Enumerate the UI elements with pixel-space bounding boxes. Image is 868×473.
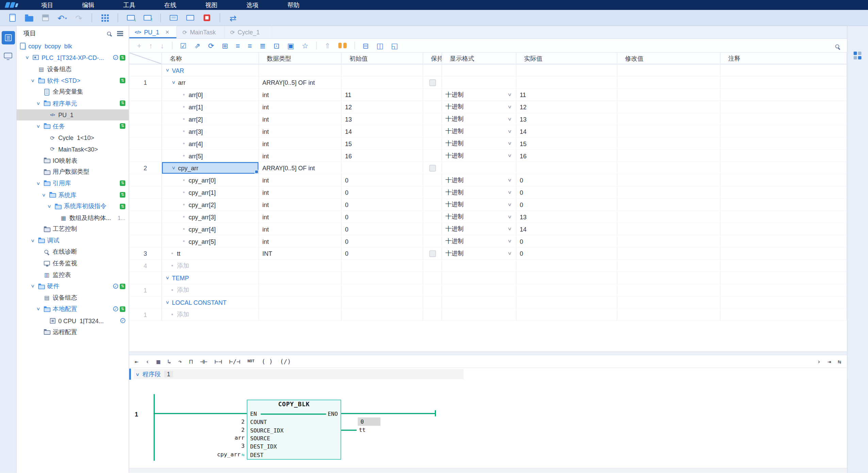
name-cell[interactable]: cpy_arr[0]	[162, 174, 259, 187]
datatype-cell[interactable]: int	[259, 138, 342, 150]
coil-icon[interactable]: ( )	[262, 358, 273, 364]
tree-item-14[interactable]: ∨系统库初级指令⇅	[17, 201, 129, 212]
tree-item-13[interactable]: ∨系统库⇅	[17, 189, 129, 201]
split-window-icon[interactable]: ◱	[391, 42, 398, 49]
modify-value-cell[interactable]	[617, 199, 720, 211]
tree-item-0[interactable]: copy_bcopy_blk	[17, 41, 129, 52]
undo-button[interactable]: ↶▾	[55, 12, 69, 24]
name-cell[interactable]: 添加	[162, 284, 259, 297]
name-cell[interactable]: arr[1]	[162, 101, 259, 113]
dropdown-icon[interactable]: ∨	[507, 226, 512, 232]
comment-cell[interactable]	[721, 199, 847, 211]
menu-item-4[interactable]: 在线	[150, 0, 191, 10]
display-format-cell[interactable]: 十进制∨	[442, 248, 516, 260]
name-cell[interactable]: ∨cpy_arr	[162, 162, 259, 174]
tree-item-7[interactable]: ∨任务⇅	[17, 121, 129, 132]
initial-value-cell[interactable]: 16	[342, 150, 423, 162]
datatype-cell[interactable]: int	[259, 150, 342, 162]
comment-cell[interactable]	[721, 260, 847, 272]
modify-value-cell[interactable]	[617, 162, 720, 174]
dropdown-icon[interactable]: ∨	[507, 190, 512, 195]
coil-neg-icon[interactable]: (/)	[280, 358, 291, 364]
tree-item-6[interactable]: </>PU_1	[17, 109, 129, 121]
tree-item-22[interactable]: ▤设备组态	[17, 292, 129, 304]
dropdown-icon[interactable]: ∨	[507, 129, 512, 134]
list-detail-icon[interactable]: ≡	[248, 42, 252, 49]
retain-checkbox[interactable]	[429, 250, 436, 257]
initial-value-cell[interactable]	[342, 272, 423, 284]
download-to-plc-button[interactable]	[124, 12, 137, 24]
name-cell[interactable]: cpy_arr[4]	[162, 223, 259, 235]
comment-cell[interactable]	[721, 138, 847, 150]
comment-cell[interactable]	[721, 296, 847, 309]
operand-source_idx[interactable]: 2	[161, 427, 245, 434]
split-horizontal-icon[interactable]: ⊟	[363, 42, 369, 49]
monitor-debug-button[interactable]	[184, 12, 197, 24]
initial-value-cell[interactable]: 0	[342, 223, 423, 235]
tree-expander-icon[interactable]: ∨	[23, 55, 31, 60]
initial-value-cell[interactable]: 11	[342, 89, 423, 101]
menu-item-3[interactable]: 工具	[109, 0, 150, 10]
filter-icon[interactable]	[117, 31, 123, 36]
datatype-cell[interactable]: int	[259, 211, 342, 223]
modify-value-cell[interactable]	[617, 64, 720, 77]
initial-value-cell[interactable]: 0	[342, 187, 423, 199]
dropdown-icon[interactable]: ∨	[507, 239, 512, 244]
horizontal-splitter[interactable]	[129, 351, 847, 355]
search-icon[interactable]	[107, 31, 111, 35]
modify-value-cell[interactable]	[617, 260, 720, 272]
name-cell[interactable]: ∨LOCAL CONSTANT	[162, 296, 259, 309]
go-next-icon[interactable]: ›	[817, 358, 821, 364]
frame-icon[interactable]: ▣	[287, 42, 294, 49]
initial-value-cell[interactable]	[342, 296, 423, 309]
swap-icon[interactable]: ⇆	[838, 358, 841, 364]
tree-item-12[interactable]: ∨引用库⇅	[17, 178, 129, 189]
dropdown-icon[interactable]: ∨	[507, 202, 512, 207]
split-vertical-icon[interactable]: ◫	[376, 42, 383, 49]
datatype-cell[interactable]: int	[259, 89, 342, 101]
name-cell[interactable]: arr[0]	[162, 89, 259, 101]
comment-cell[interactable]	[721, 125, 847, 138]
modify-value-cell[interactable]	[617, 223, 720, 235]
stop-debug-button[interactable]	[200, 12, 213, 24]
display-format-cell[interactable]: 十进制∨	[442, 211, 516, 223]
fbd-canvas[interactable]: 1 COPY_BLK ENCOUNTSOURCE_IDXSOURCEDEST_I…	[129, 380, 847, 473]
display-format-cell[interactable]: 十进制∨	[442, 187, 516, 199]
tree-expander-icon[interactable]: ∨	[40, 192, 47, 198]
tree-expander-icon[interactable]: ∨	[35, 124, 42, 129]
tab-cycle_1[interactable]: ⟳Cycle_1	[225, 26, 272, 38]
jump-icon[interactable]: ↷	[178, 358, 182, 364]
name-cell[interactable]: cpy_arr[2]	[162, 199, 259, 211]
network-icon[interactable]: ▦	[157, 358, 160, 364]
tree-item-18[interactable]: 在线诊断	[17, 246, 129, 258]
tree-item-17[interactable]: ∨调试	[17, 235, 129, 247]
edit-confirm-icon[interactable]: ☑	[180, 42, 186, 49]
datatype-cell[interactable]	[259, 309, 342, 321]
contact-open-icon[interactable]: ⊢⊣	[215, 358, 222, 364]
binoculars-icon[interactable]	[338, 43, 346, 48]
tree-item-25[interactable]: 远程配置	[17, 326, 129, 338]
tree-expander-icon[interactable]: ∨	[35, 307, 42, 312]
tree-item-24[interactable]: 0 CPU_1[T324...✓	[17, 315, 129, 327]
menu-item-5[interactable]: 视图	[191, 0, 232, 10]
expander-icon[interactable]: ∨	[164, 68, 171, 73]
tree-item-16[interactable]: 工艺控制	[17, 223, 129, 235]
name-cell[interactable]: 添加	[162, 260, 259, 272]
initial-value-cell[interactable]: 15	[342, 138, 423, 150]
comment-cell[interactable]	[721, 272, 847, 284]
expander-icon[interactable]: ∨	[170, 165, 177, 171]
branch-icon[interactable]: ↳	[167, 358, 171, 364]
datatype-cell[interactable]: int	[259, 101, 342, 113]
name-cell[interactable]: cpy_arr[5]	[162, 235, 259, 248]
name-cell[interactable]: ∨TEMP	[162, 272, 259, 284]
name-cell[interactable]: cpy_arr[1]	[162, 187, 259, 199]
initial-value-cell[interactable]	[342, 309, 423, 321]
name-cell[interactable]: arr[2]	[162, 113, 259, 126]
datatype-cell[interactable]: int	[259, 125, 342, 138]
initial-value-cell[interactable]	[342, 162, 423, 174]
menu-item-2[interactable]: 编辑	[68, 0, 109, 10]
name-cell[interactable]: arr[3]	[162, 125, 259, 138]
refresh-icon[interactable]: ⟳	[208, 42, 214, 49]
dropdown-icon[interactable]: ∨	[507, 178, 512, 183]
modify-value-cell[interactable]	[617, 211, 720, 223]
